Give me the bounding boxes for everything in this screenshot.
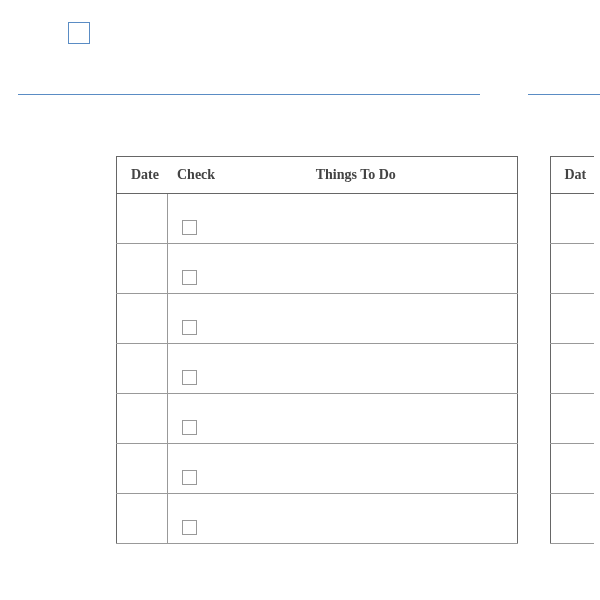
table-row bbox=[550, 444, 594, 494]
table-row bbox=[117, 294, 518, 344]
row-checkbox[interactable] bbox=[182, 520, 197, 535]
task-cell[interactable] bbox=[227, 344, 517, 394]
date-cell[interactable] bbox=[117, 244, 168, 294]
check-cell bbox=[167, 394, 227, 444]
check-cell bbox=[167, 244, 227, 294]
date-cell[interactable] bbox=[550, 444, 594, 494]
task-cell[interactable] bbox=[227, 444, 517, 494]
date-cell[interactable] bbox=[117, 494, 168, 544]
check-cell bbox=[167, 344, 227, 394]
table-row bbox=[550, 244, 594, 294]
check-cell bbox=[167, 294, 227, 344]
date-cell[interactable] bbox=[550, 344, 594, 394]
table-row bbox=[117, 394, 518, 444]
row-checkbox[interactable] bbox=[182, 220, 197, 235]
header-things: Things To Do bbox=[227, 157, 517, 194]
task-cell[interactable] bbox=[227, 394, 517, 444]
task-cell[interactable] bbox=[227, 494, 517, 544]
date-cell[interactable] bbox=[550, 194, 594, 244]
header-check: Check bbox=[167, 157, 227, 194]
todo-table-left: Date Check Things To Do bbox=[116, 156, 518, 544]
header-date-2: Dat bbox=[550, 157, 594, 194]
table-row bbox=[550, 294, 594, 344]
todo-table-right: Dat bbox=[550, 156, 595, 544]
task-cell[interactable] bbox=[227, 244, 517, 294]
table-row bbox=[550, 194, 594, 244]
date-cell[interactable] bbox=[117, 444, 168, 494]
date-cell[interactable] bbox=[117, 194, 168, 244]
date-cell[interactable] bbox=[117, 394, 168, 444]
table-row bbox=[550, 344, 594, 394]
top-checkbox[interactable] bbox=[68, 22, 90, 44]
table-row bbox=[117, 344, 518, 394]
row-checkbox[interactable] bbox=[182, 270, 197, 285]
tables-container: Date Check Things To Do bbox=[116, 156, 594, 544]
header-date: Date bbox=[117, 157, 168, 194]
table-row bbox=[117, 244, 518, 294]
table-row bbox=[117, 194, 518, 244]
date-cell[interactable] bbox=[550, 394, 594, 444]
date-cell[interactable] bbox=[550, 494, 594, 544]
check-cell bbox=[167, 194, 227, 244]
todo-rows bbox=[117, 194, 518, 544]
table-row bbox=[550, 494, 594, 544]
row-checkbox[interactable] bbox=[182, 420, 197, 435]
row-checkbox[interactable] bbox=[182, 370, 197, 385]
table-row bbox=[117, 494, 518, 544]
row-checkbox[interactable] bbox=[182, 470, 197, 485]
task-cell[interactable] bbox=[227, 294, 517, 344]
date-cell[interactable] bbox=[117, 294, 168, 344]
date-cell[interactable] bbox=[117, 344, 168, 394]
task-cell[interactable] bbox=[227, 194, 517, 244]
table-row bbox=[550, 394, 594, 444]
check-cell bbox=[167, 494, 227, 544]
date-cell[interactable] bbox=[550, 244, 594, 294]
check-cell bbox=[167, 444, 227, 494]
divider-gap bbox=[480, 93, 528, 96]
date-cell[interactable] bbox=[550, 294, 594, 344]
table-row bbox=[117, 444, 518, 494]
row-checkbox[interactable] bbox=[182, 320, 197, 335]
